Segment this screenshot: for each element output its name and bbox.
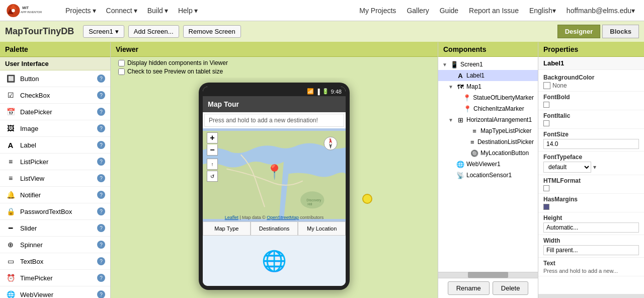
remove-screen-button[interactable]: Remove Screen bbox=[183, 25, 241, 38]
delete-button[interactable]: Delete bbox=[493, 281, 529, 295]
label-info-icon[interactable]: ? bbox=[97, 141, 105, 149]
palette-item-listpicker[interactable]: ≡ ListPicker ? bbox=[0, 154, 110, 170]
fontsize-input[interactable] bbox=[543, 139, 639, 149]
help-arrow-icon: ▾ bbox=[194, 7, 198, 15]
map-pan-button[interactable]: ↑ bbox=[207, 159, 218, 170]
leaflet-link[interactable]: Leaflet bbox=[225, 215, 238, 220]
nav-guide[interactable]: Guide bbox=[436, 0, 462, 21]
screen1-expand-icon: ▼ bbox=[442, 62, 448, 67]
webviewer1-icon: 🌐 bbox=[456, 160, 464, 168]
components-scrollbar[interactable] bbox=[438, 272, 538, 278]
prop-fontbold: FontBold bbox=[538, 92, 644, 110]
palette-item-textbox[interactable]: ▭ TextBox ? bbox=[0, 253, 110, 270]
spinner-info-icon[interactable]: ? bbox=[97, 241, 105, 249]
fontitalic-checkbox[interactable] bbox=[543, 120, 549, 126]
notifier-info-icon[interactable]: ? bbox=[97, 191, 105, 199]
palette-item-timepicker[interactable]: ⏰ TimePicker ? bbox=[0, 270, 110, 286]
nav-projects[interactable]: Projects ▾ bbox=[60, 0, 101, 21]
destinations-button[interactable]: Destinations bbox=[251, 221, 298, 236]
passwordtextbox-icon: 🔒 bbox=[5, 206, 16, 217]
add-screen-button[interactable]: Add Screen... bbox=[128, 25, 179, 38]
map-rotate-button[interactable]: ↺ bbox=[207, 171, 218, 182]
properties-component-name: Label1 bbox=[538, 57, 644, 70]
display-hidden-option[interactable]: Display hidden components in Viewer bbox=[118, 59, 430, 66]
button-icon: 🔲 bbox=[5, 73, 16, 84]
tree-item-chichen-marker[interactable]: 📍 ChichenItzaMarker bbox=[438, 103, 538, 114]
palette-item-notifier[interactable]: 🔔 Notifier ? bbox=[0, 187, 110, 203]
webviewer-info-icon[interactable]: ? bbox=[97, 290, 105, 298]
screen1-icon: 📱 bbox=[450, 60, 458, 68]
timepicker-info-icon[interactable]: ? bbox=[97, 274, 105, 282]
map-area[interactable]: Discovery Hill + − ↑ ↺ 📍 bbox=[203, 128, 346, 221]
nav-report-issue[interactable]: Report an Issue bbox=[465, 0, 523, 21]
rename-button[interactable]: Rename bbox=[448, 281, 490, 295]
textbox-info-icon[interactable]: ? bbox=[97, 257, 105, 265]
palette-item-image[interactable]: 🖼 Image ? bbox=[0, 120, 110, 137]
image-info-icon[interactable]: ? bbox=[97, 124, 105, 132]
tree-item-horizontal-arr[interactable]: ▼ ⊞ HorizontalArrangement1 bbox=[438, 114, 538, 125]
button-info-icon[interactable]: ? bbox=[97, 74, 105, 83]
datepicker-info-icon[interactable]: ? bbox=[97, 108, 105, 116]
locbtn-expand-icon bbox=[462, 151, 468, 156]
slider-info-icon[interactable]: ? bbox=[97, 224, 105, 232]
tree-item-label1[interactable]: A Label1 bbox=[438, 70, 538, 81]
my-location-button[interactable]: My Location bbox=[298, 221, 346, 236]
htmlformat-checkbox[interactable] bbox=[543, 185, 549, 191]
listview-info-icon[interactable]: ? bbox=[97, 174, 105, 182]
height-input[interactable] bbox=[543, 222, 639, 233]
palette-item-slider[interactable]: ━ Slider ? bbox=[0, 220, 110, 237]
viewer-options: Display hidden components in Viewer Chec… bbox=[111, 57, 438, 78]
phone-status-bar: 📶 ▐ 🔋 9:48 bbox=[203, 87, 346, 96]
tablet-preview-option[interactable]: Check to see Preview on tablet size bbox=[118, 68, 430, 75]
osm-link[interactable]: OpenStreetMap bbox=[267, 215, 299, 220]
display-hidden-checkbox[interactable] bbox=[118, 60, 125, 66]
tree-item-dest-picker[interactable]: ≡ DestinationListPicker bbox=[438, 136, 538, 147]
palette-item-datepicker[interactable]: 📅 DatePicker ? bbox=[0, 104, 110, 120]
tree-item-map1[interactable]: ▼ 🗺 Map1 bbox=[438, 81, 538, 92]
checkbox-info-icon[interactable]: ? bbox=[97, 91, 105, 99]
tablet-preview-checkbox[interactable] bbox=[118, 68, 125, 75]
map-zoom-in-button[interactable]: + bbox=[207, 132, 218, 143]
nav-my-projects[interactable]: My Projects bbox=[355, 0, 400, 21]
tree-item-maptype-picker[interactable]: ≡ MapTypeListPicker bbox=[438, 125, 538, 136]
logo[interactable]: MIT APP INVENTOR bbox=[5, 2, 50, 20]
svg-point-3 bbox=[12, 9, 15, 12]
map-type-button[interactable]: Map Type bbox=[203, 221, 251, 236]
viewer-content: 📶 ▐ 🔋 9:48 Map Tour Press and hold to ad… bbox=[111, 78, 438, 298]
fontbold-checkbox[interactable] bbox=[543, 102, 549, 108]
palette-item-button[interactable]: 🔲 Button ? bbox=[0, 70, 110, 87]
hasmargins-checkbox[interactable] bbox=[543, 204, 549, 210]
nav-connect[interactable]: Connect ▾ bbox=[101, 0, 142, 21]
map-compass: N bbox=[323, 136, 338, 151]
designer-mode-button[interactable]: Designer bbox=[557, 25, 601, 38]
tree-item-screen1[interactable]: ▼ 📱 Screen1 bbox=[438, 59, 538, 70]
toolbar: MapTourTinyDB Screen1 ▾ Add Screen... Re… bbox=[0, 21, 644, 42]
tree-item-statue-marker[interactable]: 📍 StatueOfLibertyMarker bbox=[438, 92, 538, 103]
palette-item-spinner[interactable]: ⊕ Spinner ? bbox=[0, 237, 110, 253]
map-zoom-out-button[interactable]: − bbox=[207, 144, 218, 156]
blocks-mode-button[interactable]: Blocks bbox=[602, 25, 639, 38]
palette-item-webviewer[interactable]: 🌐 WebViewer ? bbox=[0, 286, 110, 298]
tree-item-location-sensor[interactable]: 📡 LocationSensor1 bbox=[438, 170, 538, 181]
nav-language[interactable]: English ▾ bbox=[525, 0, 560, 21]
tree-item-webviewer1[interactable]: 🌐 WebViewer1 bbox=[438, 159, 538, 170]
fonttypeface-select[interactable]: default serif sans serif monospace bbox=[543, 162, 591, 173]
screen-selector[interactable]: Screen1 ▾ bbox=[83, 25, 124, 38]
listpicker-info-icon[interactable]: ? bbox=[97, 158, 105, 166]
palette-item-checkbox[interactable]: ☑ CheckBox ? bbox=[0, 87, 110, 104]
nav-help[interactable]: Help ▾ bbox=[173, 0, 203, 21]
map1-expand-icon: ▼ bbox=[448, 84, 454, 90]
nav-user-account[interactable]: hoffmanb@elms.edu ▾ bbox=[562, 0, 639, 21]
svg-text:MIT: MIT bbox=[22, 5, 29, 10]
tree-item-location-btn[interactable]: 🔘 MyLocationButton bbox=[438, 147, 538, 159]
palette-item-label[interactable]: A Label ? bbox=[0, 137, 110, 154]
width-input[interactable] bbox=[543, 245, 639, 255]
passwordtextbox-info-icon[interactable]: ? bbox=[97, 207, 105, 215]
mode-toggle-area: Designer Blocks bbox=[557, 25, 639, 38]
nav-build[interactable]: Build ▾ bbox=[142, 0, 173, 21]
bgcolor-swatch[interactable] bbox=[543, 82, 550, 89]
harr-expand-icon: ▼ bbox=[448, 117, 454, 123]
palette-item-passwordtextbox[interactable]: 🔒 PasswordTextBox ? bbox=[0, 203, 110, 220]
palette-item-listview[interactable]: ≡ ListView ? bbox=[0, 170, 110, 187]
nav-gallery[interactable]: Gallery bbox=[403, 0, 433, 21]
